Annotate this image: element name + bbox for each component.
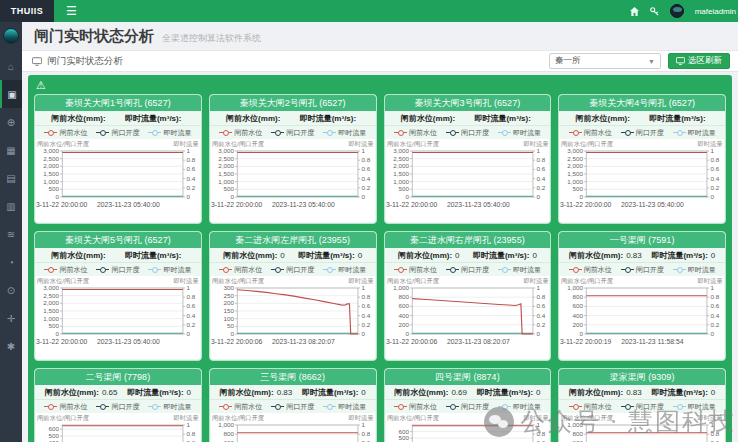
legend-label: 闸口开度 bbox=[111, 265, 139, 275]
svg-text:3-11-22 20:00:06: 3-11-22 20:00:06 bbox=[211, 338, 263, 345]
legend-item-gate-opening[interactable]: 闸口开度 bbox=[96, 402, 139, 412]
svg-text:1: 1 bbox=[361, 421, 365, 428]
svg-text:1,000: 1,000 bbox=[218, 178, 234, 185]
legend-item-flow[interactable]: 即时流量 bbox=[148, 402, 191, 412]
settings-icon: ✱ bbox=[7, 341, 15, 352]
sidebar-item-panel-icon[interactable]: ▥ bbox=[0, 192, 22, 220]
legend-marker bbox=[498, 132, 511, 133]
legend-item-water-level[interactable]: 闸前水位 bbox=[44, 265, 87, 275]
legend-item-flow[interactable]: 即时流量 bbox=[498, 128, 541, 138]
svg-text:即时流量: 即时流量 bbox=[174, 140, 199, 148]
legend-item-flow[interactable]: 即时流量 bbox=[498, 265, 541, 275]
flow-label: 即时流量(m³/s): bbox=[477, 388, 533, 397]
svg-text:2023-11-23 05:40:00: 2023-11-23 05:40:00 bbox=[272, 201, 335, 208]
svg-text:2,000: 2,000 bbox=[568, 162, 584, 169]
svg-text:1,000: 1,000 bbox=[43, 315, 59, 322]
legend-item-water-level[interactable]: 闸前水位 bbox=[394, 265, 437, 275]
legend-item-water-level[interactable]: 闸前水位 bbox=[44, 402, 87, 412]
legend-item-gate-opening[interactable]: 闸口开度 bbox=[621, 265, 664, 275]
water-level-value: 0 bbox=[280, 251, 284, 260]
chart-legend: 闸前水位 闸口开度 即时流量 bbox=[210, 126, 376, 139]
water-level-label: 闸前水位(mm): bbox=[223, 251, 277, 260]
svg-text:400: 400 bbox=[573, 312, 584, 319]
sidebar-item-settings-icon[interactable]: ✱ bbox=[0, 332, 22, 360]
station-select[interactable]: 秦一所 ▼ bbox=[549, 53, 661, 69]
legend-item-gate-opening[interactable]: 闸口开度 bbox=[271, 128, 314, 138]
chart-svg: 3,0002,5002,0001,5001,000500010.80.60.40… bbox=[386, 139, 550, 221]
flow-label: 即时流量(m³/s): bbox=[125, 114, 181, 123]
legend-item-water-level[interactable]: 闸前水位 bbox=[394, 402, 437, 412]
flow-stat: 即时流量(m³/s):0 bbox=[302, 387, 366, 398]
username[interactable]: mafeiadmin bbox=[695, 7, 736, 16]
water-level-stat: 闸前水位(mm): bbox=[401, 113, 458, 124]
flow-value: 0 bbox=[711, 251, 715, 260]
legend-item-water-level[interactable]: 闸前水位 bbox=[569, 128, 612, 138]
svg-text:2,500: 2,500 bbox=[393, 155, 409, 162]
water-level-stat: 闸前水位(mm):0 bbox=[398, 250, 460, 261]
legend-item-gate-opening[interactable]: 闸口开度 bbox=[96, 128, 139, 138]
table-icon: ▤ bbox=[6, 173, 15, 184]
sidebar-item-home-icon[interactable]: ⌂ bbox=[0, 52, 22, 80]
legend-item-gate-opening[interactable]: 闸口开度 bbox=[96, 265, 139, 275]
svg-text:1: 1 bbox=[711, 147, 715, 154]
legend-item-water-level[interactable]: 闸前水位 bbox=[569, 402, 612, 412]
legend-item-water-level[interactable]: 闸前水位 bbox=[219, 128, 262, 138]
legend-item-water-level[interactable]: 闸前水位 bbox=[569, 265, 612, 275]
legend-item-gate-opening[interactable]: 闸口开度 bbox=[621, 402, 664, 412]
flow-label: 即时流量(m³/s): bbox=[302, 388, 358, 397]
legend-item-water-level[interactable]: 闸前水位 bbox=[44, 128, 87, 138]
legend-item-flow[interactable]: 即时流量 bbox=[323, 128, 366, 138]
legend-item-flow[interactable]: 即时流量 bbox=[323, 402, 366, 412]
svg-text:1: 1 bbox=[187, 284, 191, 291]
user-avatar[interactable] bbox=[670, 4, 684, 18]
key-icon[interactable] bbox=[650, 7, 659, 16]
svg-text:0.4: 0.4 bbox=[361, 312, 370, 319]
history-icon: ◔ bbox=[8, 257, 14, 268]
chart-legend: 闸前水位 闸口开度 即时流量 bbox=[35, 126, 201, 139]
page-subtitle: 全渠道控制算法软件系统 bbox=[162, 32, 261, 45]
legend-item-gate-opening[interactable]: 闸口开度 bbox=[446, 128, 489, 138]
hamburger-icon[interactable]: ☰ bbox=[66, 5, 77, 17]
sidebar-item-network-icon[interactable]: ⊕ bbox=[0, 108, 22, 136]
sidebar-item-signal-icon[interactable]: ≋ bbox=[0, 220, 22, 248]
legend-item-gate-opening[interactable]: 闸口开度 bbox=[446, 265, 489, 275]
legend-item-gate-opening[interactable]: 闸口开度 bbox=[446, 402, 489, 412]
legend-item-flow[interactable]: 即时流量 bbox=[148, 128, 191, 138]
legend-item-flow[interactable]: 即时流量 bbox=[498, 402, 541, 412]
svg-text:0: 0 bbox=[711, 193, 715, 200]
legend-marker bbox=[219, 406, 232, 407]
sidebar-item-tools-icon[interactable]: ✛ bbox=[0, 304, 22, 332]
legend-item-flow[interactable]: 即时流量 bbox=[673, 402, 716, 412]
legend-item-flow[interactable]: 即时流量 bbox=[323, 265, 366, 275]
svg-text:1,500: 1,500 bbox=[218, 170, 234, 177]
legend-item-water-level[interactable]: 闸前水位 bbox=[219, 265, 262, 275]
flow-stat: 即时流量(m³/s):0 bbox=[477, 387, 541, 398]
legend-item-gate-opening[interactable]: 闸口开度 bbox=[271, 265, 314, 275]
legend-item-gate-opening[interactable]: 闸口开度 bbox=[271, 402, 314, 412]
legend-item-water-level[interactable]: 闸前水位 bbox=[219, 402, 262, 412]
svg-text:即时流量: 即时流量 bbox=[348, 414, 373, 422]
app-logo[interactable] bbox=[3, 28, 19, 44]
legend-item-flow[interactable]: 即时流量 bbox=[673, 265, 716, 275]
home-icon[interactable] bbox=[630, 7, 639, 16]
legend-item-flow[interactable]: 即时流量 bbox=[673, 128, 716, 138]
svg-text:1,000: 1,000 bbox=[43, 178, 59, 185]
water-level-label: 闸前水位(mm): bbox=[398, 251, 452, 260]
sidebar-item-info-icon[interactable]: ⊙ bbox=[0, 276, 22, 304]
svg-text:150: 150 bbox=[223, 307, 234, 314]
sidebar-item-history-icon[interactable]: ◔ bbox=[0, 248, 22, 276]
legend-item-gate-opening[interactable]: 闸口开度 bbox=[621, 128, 664, 138]
legend-item-water-level[interactable]: 闸前水位 bbox=[394, 128, 437, 138]
sidebar-item-grid-icon[interactable]: ▦ bbox=[0, 136, 22, 164]
legend-item-flow[interactable]: 即时流量 bbox=[148, 265, 191, 275]
svg-text:2023-11-23 08:20:07: 2023-11-23 08:20:07 bbox=[446, 338, 509, 345]
legend-marker bbox=[323, 406, 336, 407]
flow-label: 即时流量(m³/s): bbox=[651, 251, 707, 260]
svg-text:0.2: 0.2 bbox=[361, 184, 370, 191]
sidebar-item-monitor-icon[interactable]: ▣ bbox=[0, 80, 22, 108]
svg-text:0.8: 0.8 bbox=[361, 430, 370, 437]
sidebar-item-table-icon[interactable]: ▤ bbox=[0, 164, 22, 192]
refresh-button[interactable]: 选区刷新 bbox=[668, 53, 730, 69]
legend-label: 闸前水位 bbox=[234, 402, 262, 412]
legend-marker bbox=[44, 132, 57, 133]
